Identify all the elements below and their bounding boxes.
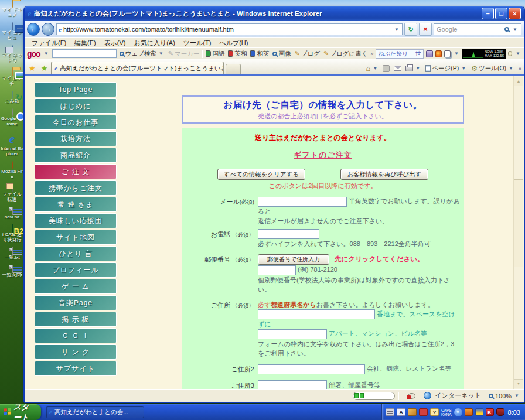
menu-item[interactable]: 編集(E)	[71, 38, 100, 48]
ime-help-icon[interactable]: ?	[430, 408, 439, 416]
phone-input[interactable]	[258, 229, 319, 239]
star-search-icon[interactable]	[435, 50, 442, 57]
sidebar-nav-button[interactable]: UP Top Page	[35, 82, 117, 97]
desktop-icon[interactable]: 一覧次回t	[1, 265, 24, 278]
desktop-icon[interactable]: i-CATs 送り状発行ソフト	[1, 225, 24, 243]
desktop-icon[interactable]: マイ コンピュ	[1, 23, 24, 40]
start-button[interactable]: スタート	[0, 404, 41, 420]
wallet-icon[interactable]	[426, 50, 432, 57]
page-menu-button[interactable]: ページ(P)▼	[425, 64, 467, 73]
tray-collapse-icon[interactable]: «	[454, 408, 462, 416]
minimize-button[interactable]: –	[482, 8, 494, 19]
desktop-icon[interactable]: マイ ドキュメ	[1, 0, 24, 18]
sidebar-nav-button[interactable]: UP 掲 示 板	[35, 312, 117, 327]
address3-input[interactable]	[258, 380, 327, 389]
goo-images-button[interactable]: 画像	[272, 50, 291, 58]
desktop-icon[interactable]: マイ ネットワ	[1, 46, 24, 63]
scrollbar-thumb[interactable]	[514, 179, 523, 267]
sidebar-nav-button[interactable]: UP サブサイト	[35, 361, 117, 376]
ime-keyboard-icon[interactable]	[386, 408, 394, 416]
search-magnifier-icon[interactable]	[504, 27, 509, 32]
zoom-control[interactable]: 100% ▼	[489, 392, 520, 399]
desktop-icon[interactable]: ファイル転送	[1, 185, 24, 202]
desktop-icon[interactable]: Google Chrome	[1, 109, 24, 127]
clear-info-button[interactable]: すべての情報をクリアする	[217, 169, 305, 180]
url-input[interactable]	[63, 26, 391, 33]
scroll-up-icon[interactable]: ▲	[514, 77, 523, 86]
desktop-icon[interactable]: navi.txt	[1, 207, 24, 220]
command-overflow-icon[interactable]: »	[519, 66, 521, 71]
close-button[interactable]: ×	[509, 8, 521, 19]
privacy-blocked-icon[interactable]	[407, 392, 416, 399]
goo-dict-waei-button[interactable]: 和英	[250, 50, 270, 58]
menu-item[interactable]: お気に入り(A)	[130, 38, 178, 48]
goo-dict-kokugo-button[interactable]: 国語	[205, 50, 225, 58]
sidebar-nav-button[interactable]: UP ひとり 言	[35, 246, 117, 261]
favorites-star-icon[interactable]: ★	[27, 63, 38, 74]
layers-icon[interactable]	[444, 50, 451, 57]
sidebar-nav-button[interactable]: UP サイト地図	[35, 230, 117, 245]
goo-marker-button[interactable]: ✎マーカー	[168, 50, 200, 58]
menu-item[interactable]: ファイル(F)	[28, 38, 70, 48]
mail-input[interactable]	[258, 197, 347, 207]
goo-logo-dropdown-icon[interactable]: ▼	[43, 51, 50, 56]
sidebar-nav-button[interactable]: UP 商品紹介	[35, 148, 117, 163]
sidebar-nav-button[interactable]: UP ゲ ー ム	[35, 279, 117, 294]
goo-logo[interactable]: goo	[27, 49, 40, 59]
ime-brush-icon[interactable]	[408, 408, 417, 416]
ime-input-mode-icon[interactable]: A	[397, 408, 405, 416]
zip-lookup-button[interactable]: 郵便番号で住所入力	[258, 254, 329, 265]
address2-input[interactable]	[258, 364, 365, 374]
sidebar-nav-button[interactable]: UP 栽培方法	[35, 131, 117, 146]
traffic-graph[interactable]: NOW 1.30KMAX 122.5K	[462, 49, 506, 59]
goo-blog-write-button[interactable]: ✎ブログに書く	[323, 50, 368, 58]
sidebar-nav-button[interactable]: UP 携帯からご注文	[35, 180, 117, 196]
sidebar-nav-button[interactable]: UP Ｃ Ｇ Ｉ	[35, 328, 117, 343]
mail-icon[interactable]	[394, 66, 401, 71]
goo-blog-button[interactable]: ✎ブログ	[294, 50, 320, 58]
vertical-scrollbar[interactable]: ▲ ▼	[513, 76, 523, 389]
tray-device-icon[interactable]	[496, 408, 504, 416]
forward-button[interactable]: →	[42, 23, 54, 36]
toolbar-overflow-icon[interactable]: »	[370, 51, 373, 57]
new-tab-button[interactable]	[226, 64, 241, 74]
rss-feed-icon[interactable]	[383, 65, 390, 72]
zip-input[interactable]	[258, 265, 296, 275]
goo-web-search-button[interactable]: ウェブ検索▼	[119, 50, 165, 58]
refresh-button[interactable]: ↻	[404, 23, 417, 36]
address-input-1[interactable]	[258, 309, 375, 319]
sidebar-nav-button[interactable]: UP プロフィール	[35, 262, 117, 278]
gift-order-link[interactable]: ギフトのご注文	[294, 151, 352, 159]
bulb-dropdown-icon[interactable]: ▼	[514, 51, 521, 56]
sidebar-nav-button[interactable]: UP 常 連 さま	[35, 197, 117, 212]
sidebar-nav-button[interactable]: UP 音楽Page	[35, 295, 117, 310]
sidebar-nav-button[interactable]: UP リ ン ク	[35, 344, 117, 360]
desktop-icon[interactable]: Internet Explorer	[1, 132, 24, 156]
tab-active[interactable]: e 高知えだがわとまとの会(フルーツトマト)まっことうまいとまと	[51, 62, 224, 74]
tools-menu-button[interactable]: ⚙ツール(O)▼	[471, 64, 514, 73]
search-dropdown-icon[interactable]: ▼	[512, 27, 519, 32]
stop-button[interactable]: ×	[419, 23, 432, 36]
menu-item[interactable]: ヘルプ(H)	[216, 38, 251, 48]
print-button[interactable]: ▼	[405, 66, 421, 71]
layers-dropdown-icon[interactable]: ▼	[453, 51, 460, 56]
sidebar-nav-button[interactable]: UP はじめに	[35, 98, 117, 114]
sidebar-nav-button[interactable]: UP 美味しい応援団	[35, 213, 117, 228]
goo-dict-eiwa-button[interactable]: 英和	[227, 50, 247, 58]
menu-item[interactable]: ツール(T)	[180, 38, 215, 48]
news-ticker[interactable]: ねぶた祭り世	[376, 49, 424, 59]
goo-search-input[interactable]	[52, 49, 117, 58]
desktop-icon[interactable]: Mozilla Fire	[1, 162, 24, 179]
lightbulb-icon[interactable]	[508, 51, 512, 56]
desktop-icon[interactable]: マイ ピクチ	[1, 69, 24, 86]
home-button[interactable]: ⌂▼	[366, 64, 379, 73]
address-input-2[interactable]	[258, 329, 327, 339]
desktop-icon[interactable]: 一覧.txt	[1, 248, 24, 260]
recall-info-button[interactable]: お客様情報を再び呼び出す	[340, 169, 428, 180]
tray-update-icon[interactable]	[475, 408, 483, 416]
tray-antivirus-icon[interactable]: K	[486, 408, 494, 416]
address-bar[interactable]: e ▼	[56, 23, 403, 35]
desktop-icon[interactable]: ごみ箱	[1, 91, 24, 104]
address-dropdown-icon[interactable]: ▼	[393, 27, 400, 32]
back-button[interactable]: ←	[27, 23, 40, 36]
